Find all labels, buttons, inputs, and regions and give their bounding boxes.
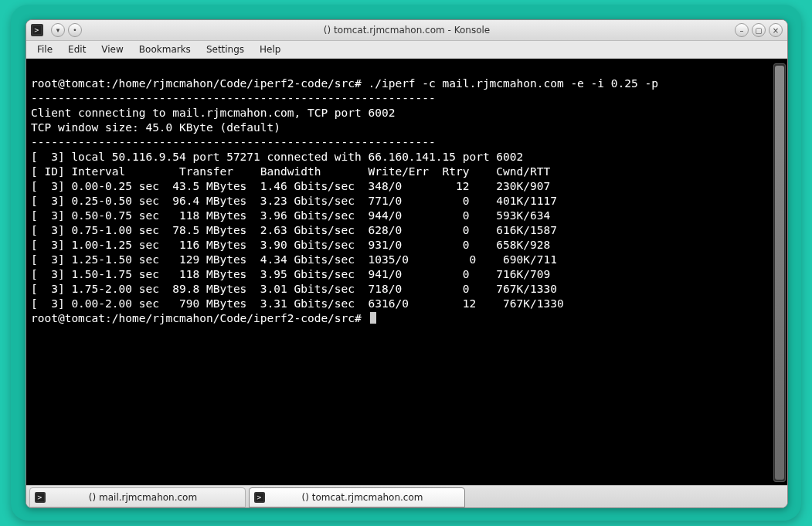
menu-settings[interactable]: Settings (199, 42, 252, 56)
terminal-line: [ 3] 0.00-2.00 sec 790 MBytes 3.31 Gbits… (31, 297, 564, 310)
titlebar-pin-button[interactable]: • (68, 23, 82, 37)
konsole-window: > ▾ • () tomcat.rjmcmahon.com - Konsole … (25, 19, 788, 508)
terminal-line: root@tomcat:/home/rjmcmahon/Code/iperf2-… (31, 77, 665, 90)
menu-edit[interactable]: Edit (60, 42, 93, 56)
close-button[interactable]: × (769, 23, 783, 37)
scrollbar-thumb[interactable] (775, 66, 784, 480)
window-title: () tomcat.rjmcmahon.com - Konsole (324, 25, 490, 36)
minimize-button[interactable]: – (735, 23, 749, 37)
tab-tomcat[interactable]: > () tomcat.rjmcmahon.com (249, 487, 465, 507)
terminal-line: ----------------------------------------… (31, 136, 436, 148)
menu-file[interactable]: File (29, 42, 60, 56)
titlebar-menu-button[interactable]: ▾ (51, 23, 65, 37)
tabbar: > () mail.rjmcmahon.com > () tomcat.rjmc… (26, 485, 787, 507)
terminal-viewport[interactable]: root@tomcat:/home/rjmcmahon/Code/iperf2-… (26, 59, 787, 485)
terminal-line: [ 3] 0.50-0.75 sec 118 MBytes 3.96 Gbits… (31, 209, 550, 222)
terminal-line: [ 3] 1.00-1.25 sec 116 MBytes 3.90 Gbits… (31, 239, 550, 251)
menu-view[interactable]: View (93, 42, 131, 56)
titlebar[interactable]: > ▾ • () tomcat.rjmcmahon.com - Konsole … (26, 20, 787, 41)
tab-mail[interactable]: > () mail.rjmcmahon.com (29, 487, 246, 507)
svg-text:>: > (34, 27, 39, 34)
svg-text:>: > (257, 494, 262, 501)
terminal-line: [ 3] 1.25-1.50 sec 129 MBytes 4.34 Gbits… (31, 253, 557, 266)
menu-help[interactable]: Help (252, 42, 288, 56)
tab-label: () mail.rjmcmahon.com (52, 492, 234, 503)
menu-bookmarks[interactable]: Bookmarks (131, 42, 199, 56)
maximize-button[interactable]: ▢ (752, 23, 766, 37)
terminal-line: [ 3] 0.00-0.25 sec 43.5 MBytes 1.46 Gbit… (31, 180, 550, 192)
terminal-line: [ ID] Interval Transfer Bandwidth Write/… (31, 165, 550, 178)
terminal-line: ----------------------------------------… (31, 92, 436, 104)
terminal-line: TCP window size: 45.0 KByte (default) (31, 121, 280, 134)
svg-text:>: > (37, 494, 42, 501)
terminal-icon: > (254, 492, 265, 503)
terminal-icon: > (35, 492, 46, 503)
app-icon: > (31, 24, 43, 36)
terminal-line: [ 3] local 50.116.9.54 port 57271 connec… (31, 151, 523, 163)
terminal-line: [ 3] 1.50-1.75 sec 118 MBytes 3.95 Gbits… (31, 268, 550, 280)
terminal-line: [ 3] 0.25-0.50 sec 96.4 MBytes 3.23 Gbit… (31, 195, 557, 207)
terminal-line: [ 3] 1.75-2.00 sec 89.8 MBytes 3.01 Gbit… (31, 283, 557, 295)
terminal-cursor-icon (370, 312, 376, 324)
terminal-prompt: root@tomcat:/home/rjmcmahon/Code/iperf2-… (31, 312, 369, 324)
terminal-scrollbar[interactable] (773, 63, 786, 482)
terminal-line: Client connecting to mail.rjmcmahon.com,… (31, 107, 395, 119)
tab-label: () tomcat.rjmcmahon.com (271, 492, 454, 503)
terminal-prompt-line: root@tomcat:/home/rjmcmahon/Code/iperf2-… (31, 312, 376, 324)
terminal-line: [ 3] 0.75-1.00 sec 78.5 MBytes 2.63 Gbit… (31, 224, 557, 236)
menubar: File Edit View Bookmarks Settings Help (26, 41, 787, 59)
